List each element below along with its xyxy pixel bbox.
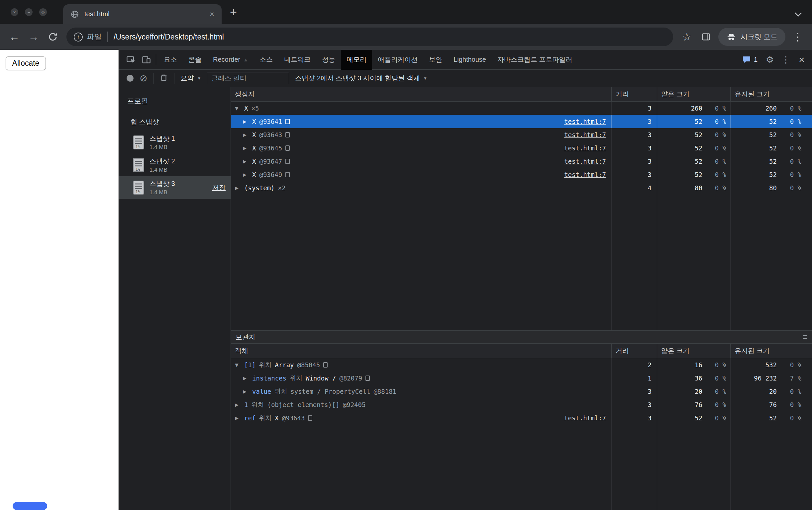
devtools-tab-performance[interactable]: 성능 <box>316 50 341 70</box>
devtools-settings-button[interactable]: ⚙ <box>762 52 778 67</box>
source-link[interactable]: test.html:7 <box>564 118 606 125</box>
snapshot-range-dropdown[interactable]: 스냅샷 2에서 스냅샷 3 사이에 할당된 객체 ▼ <box>295 74 427 83</box>
device-toolbar-button[interactable] <box>139 52 154 67</box>
window-zoom-button[interactable]: ⊘ <box>39 8 47 16</box>
column-header[interactable]: 거리 <box>611 87 657 101</box>
retainers-menu-icon[interactable]: ≡ <box>803 332 807 342</box>
devtools-tab-elements[interactable]: 요소 <box>158 50 183 70</box>
window-close-button[interactable]: × <box>11 8 18 16</box>
tab-close-icon[interactable]: × <box>210 10 214 19</box>
expander-icon[interactable]: ▶ <box>243 119 249 124</box>
expander-icon[interactable]: ▶ <box>235 402 241 408</box>
object-id: @93641 <box>259 118 282 125</box>
tab-search-chevron-icon[interactable] <box>795 10 802 17</box>
devtools-tab-sources[interactable]: 소스 <box>254 50 279 70</box>
object-detail-icon <box>285 145 290 151</box>
retainer-row[interactable]: ▶value위치system / PropertyCell@881813200 … <box>231 385 812 398</box>
size-value: 52 <box>657 171 702 178</box>
back-button[interactable]: ← <box>5 28 23 46</box>
column-header[interactable]: 얕은 크기 <box>657 87 730 101</box>
expander-icon[interactable]: ▶ <box>243 172 249 177</box>
retainer-row[interactable]: ▼[1]위치Array@850452160 %5320 % <box>231 358 812 371</box>
record-heap-snapshot-button[interactable] <box>126 75 134 82</box>
snapshot-save-link[interactable]: 저장 <box>212 183 226 192</box>
shallow-size-cell: 200 % <box>657 385 730 398</box>
column-header[interactable]: 거리 <box>611 344 657 358</box>
expander-icon[interactable]: ▶ <box>243 159 249 164</box>
address-bar[interactable]: i 파일 /Users/yceffort/Desktop/test.html <box>66 28 673 46</box>
devtools-tab-javascript-profiler[interactable]: 자바스크립트 프로파일러 <box>492 50 578 70</box>
allocate-button[interactable]: Allocate <box>6 56 46 70</box>
forward-button[interactable]: → <box>25 28 42 46</box>
column-header[interactable]: 객체 <box>231 344 611 358</box>
expander-icon[interactable]: ▶ <box>235 415 241 421</box>
source-link[interactable]: test.html:7 <box>564 144 606 152</box>
constructor-row[interactable]: ▶X@93641test.html:73520 %520 % <box>231 115 812 128</box>
clear-profiles-icon[interactable]: ⊘ <box>140 74 147 83</box>
constructor-row[interactable]: ▶(system)×24800 %800 % <box>231 181 812 194</box>
size-value: 52 <box>731 158 777 165</box>
retainer-property: [1] <box>244 361 256 368</box>
browser-menu-button[interactable]: ⋮ <box>789 28 807 46</box>
retainer-row[interactable]: ▶1위치(object elements)[]@924053760 %760 % <box>231 398 812 411</box>
devtools-tab-network[interactable]: 네트워크 <box>279 50 316 70</box>
devtools-tab-lighthouse[interactable]: Lighthouse <box>448 50 492 70</box>
size-value: 52 <box>731 131 777 139</box>
expander-icon[interactable]: ▶ <box>235 185 241 190</box>
retainers-title: 보관자 <box>236 333 256 342</box>
snapshot-item-3[interactable]: 1% 스냅샷 3 1.4 MB 저장 <box>119 176 231 199</box>
source-link[interactable]: test.html:7 <box>564 171 606 178</box>
devtools-menu-button[interactable]: ⋮ <box>778 52 793 67</box>
expander-icon[interactable]: ▶ <box>243 132 249 138</box>
snapshot-item-2[interactable]: 1% 스냅샷 2 1.4 MB <box>119 154 231 176</box>
expander-icon[interactable]: ▶ <box>243 376 249 381</box>
delete-profile-button[interactable] <box>160 73 168 83</box>
devtools-tab-security[interactable]: 보안 <box>423 50 448 70</box>
column-header[interactable]: 유지된 크기 <box>730 344 812 358</box>
column-header[interactable]: 생성자 <box>231 87 611 101</box>
retainer-row[interactable]: ▶instances위치Window /@820791360 %96 2327 … <box>231 371 812 385</box>
devtools-tab-application[interactable]: 애플리케이션 <box>372 50 423 70</box>
retainer-row[interactable]: ▶ref위치X@93643test.html:73520 %520 % <box>231 411 812 425</box>
source-link[interactable]: test.html:7 <box>564 414 606 422</box>
svg-text:1%: 1% <box>135 167 140 172</box>
source-link[interactable]: test.html:7 <box>564 158 606 165</box>
expander-icon[interactable]: ▼ <box>235 106 241 111</box>
retained-size-cell: 200 % <box>730 385 812 398</box>
side-panel-button[interactable] <box>697 28 715 46</box>
class-filter-input[interactable] <box>207 72 289 84</box>
size-percent: 0 % <box>702 374 730 382</box>
devtools-tab-recorder[interactable]: Recorder▲ <box>207 50 254 70</box>
snapshot-item-1[interactable]: 1% 스냅샷 1 1.4 MB <box>119 131 231 154</box>
devtools-tab-console[interactable]: 콘솔 <box>183 50 207 70</box>
expander-icon[interactable]: ▶ <box>243 389 249 394</box>
perspective-dropdown[interactable]: 요약 ▼ <box>180 74 201 83</box>
constructor-row[interactable]: ▶X@93643test.html:73520 %520 % <box>231 128 812 142</box>
size-value: 16 <box>657 361 702 368</box>
constructor-row[interactable]: ▶X@93649test.html:73520 %520 % <box>231 168 812 181</box>
expander-icon[interactable]: ▶ <box>243 145 249 151</box>
window-minimize-button[interactable]: − <box>25 8 33 16</box>
issues-button[interactable]: 1 <box>738 56 761 64</box>
devtools-close-button[interactable]: × <box>794 52 809 67</box>
heap-snapshots-heading: 힙 스냅샷 <box>119 118 231 126</box>
inspect-element-button[interactable] <box>123 52 139 67</box>
constructor-row[interactable]: ▶X@93645test.html:73520 %520 % <box>231 142 812 155</box>
new-tab-button[interactable]: + <box>230 5 237 19</box>
devtools-tab-memory[interactable]: 메모리 <box>341 50 372 70</box>
constructor-row[interactable]: ▼X×532600 %2600 % <box>231 101 812 115</box>
column-header[interactable]: 얕은 크기 <box>657 344 730 358</box>
source-link[interactable]: test.html:7 <box>564 131 606 139</box>
profiles-sidebar: 프로필 힙 스냅샷 1% 스냅샷 1 1.4 MB 1% 스냅샷 2 1.4 M… <box>119 87 231 510</box>
constructor-row[interactable]: ▶X@93647test.html:73520 %520 % <box>231 155 812 168</box>
column-header[interactable]: 유지된 크기 <box>730 87 812 101</box>
browser-tab[interactable]: test.html × <box>63 4 222 24</box>
snapshot-list: 1% 스냅샷 1 1.4 MB 1% 스냅샷 2 1.4 MB 1% 스 <box>119 131 231 199</box>
page-info-icon[interactable]: i <box>74 33 83 41</box>
expander-icon[interactable]: ▼ <box>235 362 241 367</box>
object-name: X <box>252 171 256 178</box>
size-value: 52 <box>731 171 777 178</box>
heap-snapshot-document-icon: 1% <box>133 135 145 150</box>
reload-button[interactable] <box>44 28 62 46</box>
bookmark-star-icon[interactable]: ☆ <box>678 28 696 46</box>
